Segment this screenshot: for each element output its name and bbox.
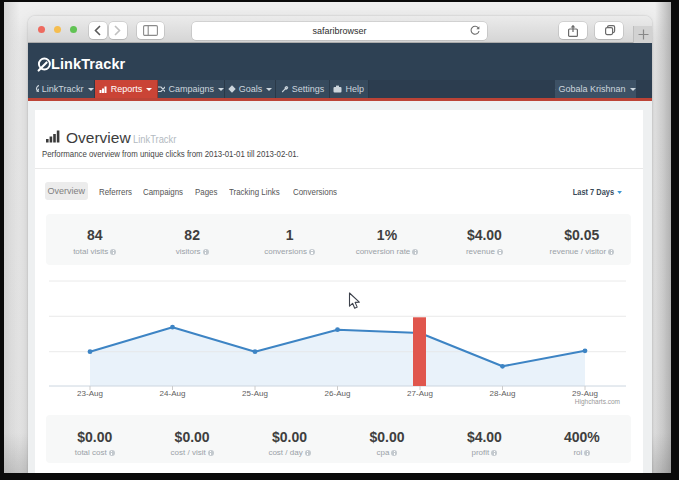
svg-text:26-Aug: 26-Aug <box>325 389 351 398</box>
svg-text:27-Aug: 27-Aug <box>407 389 433 398</box>
svg-text:23-Aug: 23-Aug <box>77 389 103 398</box>
svg-text:29-Aug: 29-Aug <box>572 389 598 398</box>
svg-text:Highcharts.com: Highcharts.com <box>575 398 620 406</box>
svg-text:24-Aug: 24-Aug <box>160 389 186 398</box>
svg-text:28-Aug: 28-Aug <box>490 389 516 398</box>
svg-text:25-Aug: 25-Aug <box>242 389 268 398</box>
